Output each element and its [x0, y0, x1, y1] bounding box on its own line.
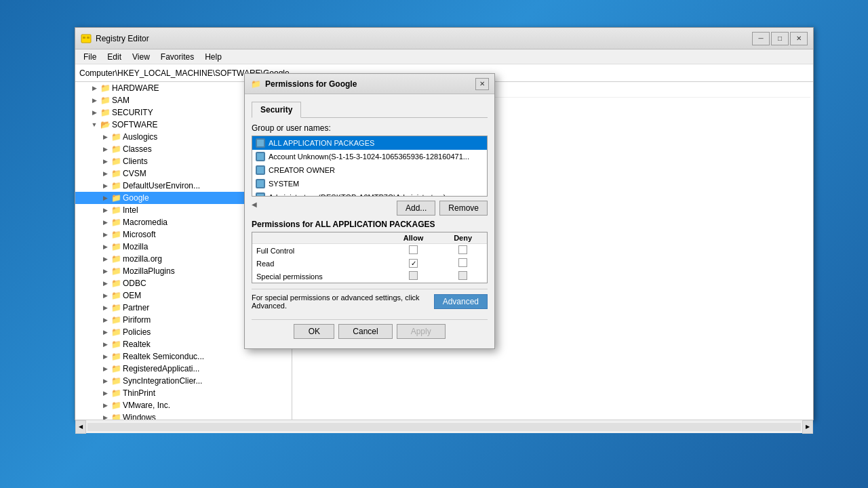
perm-name-special: Special permissions [252, 270, 388, 283]
perm-row-fullcontrol: Full Control [252, 244, 487, 258]
dialog-close-button[interactable]: ✕ [475, 78, 489, 90]
svg-rect-12 [257, 194, 264, 197]
user-icon-3 [255, 178, 266, 189]
user-name-1: Account Unknown(S-1-15-3-1024-1065365936… [269, 152, 469, 161]
user-icon-1 [255, 151, 266, 162]
checkbox-read-allow[interactable] [409, 259, 418, 268]
user-list-item-3[interactable]: SYSTEM [252, 177, 487, 190]
perm-deny-special[interactable] [439, 270, 487, 283]
checkbox-special-deny[interactable] [458, 271, 467, 280]
permissions-table: Allow Deny Full Control [252, 232, 488, 283]
remove-button[interactable]: Remove [439, 201, 488, 216]
checkbox-fullcontrol-deny[interactable] [458, 245, 467, 254]
user-icon-0 [255, 138, 266, 148]
perm-deny-fullcontrol[interactable] [439, 244, 487, 258]
group-label: Group or user names: [252, 123, 488, 133]
advanced-button[interactable]: Advanced [434, 294, 488, 309]
ok-button[interactable]: OK [294, 324, 334, 339]
dialog-title: Permissions for Google [265, 79, 475, 89]
user-list[interactable]: ALL APPLICATION PACKAGES Account Unknown… [252, 136, 488, 197]
dialog-overlay: 📁 Permissions for Google ✕ Security Grou… [0, 0, 868, 488]
user-list-item-1[interactable]: Account Unknown(S-1-15-3-1024-1065365936… [252, 150, 487, 163]
perm-allow-special[interactable] [388, 270, 439, 283]
perm-row-special: Special permissions [252, 270, 487, 283]
col-allow: Allow [388, 232, 439, 244]
tab-security[interactable]: Security [252, 102, 301, 118]
perm-allow-fullcontrol[interactable] [388, 244, 439, 258]
advanced-text: For special permissions or advanced sett… [252, 293, 427, 310]
advanced-section: For special permissions or advanced sett… [252, 289, 488, 314]
svg-rect-8 [257, 167, 264, 174]
user-list-item-0[interactable]: ALL APPLICATION PACKAGES [252, 136, 487, 150]
user-list-item-2[interactable]: CREATOR OWNER [252, 163, 487, 177]
user-name-0: ALL APPLICATION PACKAGES [269, 139, 374, 147]
user-name-2: CREATOR OWNER [269, 166, 335, 174]
checkbox-special-allow[interactable] [409, 271, 418, 280]
perm-name-read: Read [252, 257, 388, 270]
svg-rect-6 [257, 153, 264, 160]
cancel-button[interactable]: Cancel [338, 324, 392, 339]
checkbox-fullcontrol-allow[interactable] [409, 245, 418, 254]
add-button[interactable]: Add... [397, 201, 435, 216]
user-name-3: SYSTEM [269, 180, 299, 188]
perm-row-read: Read [252, 257, 487, 270]
col-deny: Deny [439, 232, 487, 244]
perm-deny-read[interactable] [439, 257, 487, 270]
tab-bar: Security [252, 101, 488, 118]
svg-rect-4 [257, 140, 264, 146]
dialog-folder-icon: 📁 [250, 79, 261, 89]
permissions-label: Permissions for ALL APPLICATION PACKAGES [252, 220, 488, 229]
permissions-dialog: 📁 Permissions for Google ✕ Security Grou… [244, 73, 495, 349]
svg-rect-10 [257, 180, 264, 187]
user-icon-2 [255, 165, 266, 176]
user-icon-4 [255, 192, 266, 197]
userlist-scroll-left[interactable]: ◀ [252, 201, 257, 216]
perm-name-fullcontrol: Full Control [252, 244, 388, 258]
dialog-footer: OK Cancel Apply [252, 319, 488, 342]
dialog-body: Security Group or user names: ALL APPLIC… [245, 94, 494, 348]
user-name-4: Administrators (DESKTOP-A2MTP7O\Administ… [269, 193, 446, 197]
checkbox-read-deny[interactable] [458, 258, 467, 267]
perm-allow-read[interactable] [388, 257, 439, 270]
apply-button[interactable]: Apply [397, 324, 446, 339]
user-list-item-4[interactable]: Administrators (DESKTOP-A2MTP7O\Administ… [252, 190, 487, 197]
permissions-label-text: Permissions for ALL APPLICATION PACKAGES [252, 220, 435, 229]
dialog-title-bar: 📁 Permissions for Google ✕ [245, 74, 494, 94]
col-permission [252, 232, 388, 244]
